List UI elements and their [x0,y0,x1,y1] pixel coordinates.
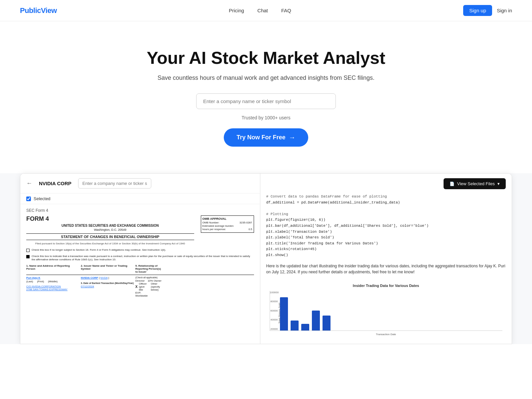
nav-link-faq[interactable]: FAQ [281,8,291,13]
relationship-info: (Check all applicable) Director 10% Owne… [135,276,162,297]
date-value: 07/12/2024 [81,285,134,288]
cta-label: Try Now For Free [236,134,285,141]
col2-header: 2. Issuer Name and Ticker or Trading Sym… [81,264,134,273]
chart-wrap: Total Shares Sold 100000 80000 60000 400… [270,291,503,336]
chart-title: Insider Trading Data for Various Dates [270,284,503,288]
form4-left: FORM 4 UNITED STATES SECURITIES AND EXCH… [26,215,194,245]
file-icon: 📄 [450,182,455,186]
form4-data-row: Puri Ajay K (Last) (First) (Middle) C/O … [26,276,254,297]
bar-0 [280,297,288,331]
person-info: Puri Ajay K (Last) (First) (Middle) C/O … [26,276,79,297]
right-panel: 📄 View Selected Files ▾ # Convert data t… [260,174,512,344]
checkbox1-box [26,249,30,252]
bar-4 [323,316,331,331]
date-section: 3. Date of Earliest Transaction (Month/D… [81,282,134,288]
issuer-ticker-wrap: [ NVDA ] [99,276,109,279]
omb-hours-label: hours per response: [202,228,226,231]
x-axis-label: Transaction Date [270,333,503,336]
nav-links: Pricing Chat FAQ [229,8,291,14]
code-line-5: plt.bar(df_additional['Date'], df_additi… [266,223,506,229]
omb-number-val: 3235-0287 [239,221,252,224]
nav-actions: Sign up Sign in [463,5,512,16]
selected-row: Selected [20,194,260,204]
view-files-button[interactable]: 📄 View Selected Files ▾ [444,178,506,189]
back-button[interactable]: ← [26,180,32,187]
code-line-10: plt.show() [266,252,506,258]
signup-button[interactable]: Sign up [463,5,492,16]
preview-container: ← NVIDIA CORP Selected SEC Form 4 FORM 4… [20,173,512,344]
issuer-name[interactable]: NVIDIA CORP [81,276,98,279]
rel-check-label: (Check all applicable) [135,276,162,279]
signin-button[interactable]: Sign in [497,8,512,13]
rel-officer-row: X Officer (give title Other (specify bel… [135,282,162,291]
rel-director: Director 10% Owner [135,279,162,282]
code-line-1: df_additional = pd.DataFrame(additional_… [266,200,506,206]
form4-header: FORM 4 UNITED STATES SECURITIES AND EXCH… [26,215,254,245]
cta-button[interactable]: Try Now For Free → [224,128,308,147]
view-files-chevron-icon: ▾ [497,181,500,186]
person-middle: (Middle) [48,280,58,283]
address2: 2788 SAN TOMAS EXPRESSWAY [26,288,79,291]
hero-trust-text: Trusted by 1000+ users [7,115,525,120]
right-panel-top: 📄 View Selected Files ▾ [266,178,506,189]
sec-form-content: SEC Form 4 FORM 4 UNITED STATES SECURITI… [20,204,260,301]
company-search-input[interactable] [78,178,151,189]
y-label-0: 100000 [270,291,278,294]
left-panel-header: ← NVIDIA CORP [20,174,260,194]
col3-header: 5. Relationship of Reporting Person(s) t… [135,264,162,273]
form4-agency: UNITED STATES SECURITIES AND EXCHANGE CO… [26,224,194,227]
bar-2 [301,324,309,331]
form4-title: FORM 4 [26,215,194,222]
role-title: EVP, Worldwide [135,291,162,297]
y-axis-labels: 100000 80000 60000 40000 20000 [270,291,279,331]
checkbox2-text: Check this box to indicate that a transa… [32,255,254,262]
hero-title: Your AI Stock Market Analyst [7,48,525,68]
bar-1 [291,321,299,331]
sec-form-title: SEC Form 4 [26,208,254,213]
y-label-3: 40000 [270,318,278,321]
col1-header: 1. Name and Address of Reporting Person [26,264,79,273]
form4-statement: STATEMENT OF CHANGES IN BENEFICIAL OWNER… [26,233,194,240]
selected-label: Selected [34,196,51,201]
navigation: PublicView Pricing Chat FAQ Sign up Sign… [0,0,532,21]
code-block: # Convert data to pandas DataFrame for e… [266,194,506,258]
nav-link-chat[interactable]: Chat [257,8,268,13]
x-marker: X [135,285,138,289]
code-line-7: plt.ylabel('Total Shares Sold') [266,235,506,241]
person-last: (Last) [26,280,33,283]
hero-search-wrap [196,93,336,109]
company-name-label: NVIDIA CORP [39,181,71,186]
hero-subtitle: Save countless hours of manual work and … [7,74,525,81]
form4-table-header: 1. Name and Address of Reporting Person … [26,264,254,275]
form4-city: Washington, D.C. 20549 [26,228,194,231]
code-line-3: # Plotting [266,211,506,217]
person-name[interactable]: Puri Ajay K [26,276,79,279]
form4-checkbox2-row: Check this box to indicate that a transa… [26,255,254,262]
logo: PublicView [20,6,57,15]
chart-container: Insider Trading Data for Various Dates T… [266,280,506,339]
checkbox1-text: Check this box if no longer subject to S… [32,248,166,252]
issuer-info: NVIDIA CORP [ NVDA ] 3. Date of Earliest… [81,276,134,297]
person-first: (First) [37,280,44,283]
selected-checkbox[interactable] [26,197,31,201]
code-line-8: plt.title('Insider Trading Data for Vari… [266,241,506,247]
y-label-2: 60000 [270,309,278,312]
checkbox2-box [26,255,30,258]
hero-search-input[interactable] [196,93,336,109]
hero-section: Your AI Stock Market Analyst Save countl… [0,21,532,167]
issuer-name-row: NVIDIA CORP [ NVDA ] [81,276,134,279]
code-line-6: plt.xlabel('Transaction Date') [266,229,506,235]
left-panel: ← NVIDIA CORP Selected SEC Form 4 FORM 4… [20,174,260,344]
view-files-label: View Selected Files [457,181,495,186]
form4-filed-text: Filed pursuant to Section 16(a) of the S… [26,242,194,245]
omb-hours-val: 0.5 [248,228,252,231]
code-line-2 [266,205,506,211]
nav-link-pricing[interactable]: Pricing [229,8,244,13]
y-label-1: 80000 [270,300,278,303]
issuer-ticker[interactable]: NVDA [100,276,108,279]
code-line-4: plt.figure(figsize=(10, 6)) [266,217,506,223]
chart-area: 100000 80000 60000 40000 20000 [270,291,503,331]
y-label-4: 20000 [270,328,278,331]
person-name-row: (Last) (First) (Middle) [26,280,79,283]
omb-burden-label: Estimated average burden [202,224,234,227]
